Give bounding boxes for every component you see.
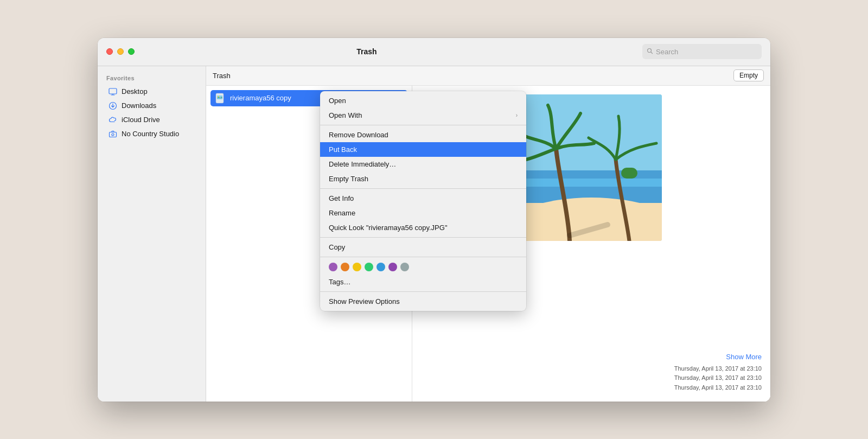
- tags-color-row: [320, 259, 526, 275]
- date-row-2: Thursday, April 13, 2017 at 23:10: [421, 373, 762, 383]
- tag-dark-purple[interactable]: [388, 263, 397, 271]
- menu-item-get-info[interactable]: Get Info: [320, 191, 526, 206]
- menu-put-back-label: Put Back: [329, 145, 357, 154]
- menu-item-open-with[interactable]: Open With ›: [320, 108, 526, 123]
- menu-item-copy[interactable]: Copy: [320, 240, 526, 255]
- file-list: rivieramaya56 copy Open Open With ›: [206, 86, 412, 402]
- menu-item-rename[interactable]: Rename: [320, 206, 526, 220]
- preview-info: Show More Thursday, April 13, 2017 at 23…: [421, 346, 762, 393]
- tag-green[interactable]: [365, 263, 373, 271]
- svg-rect-2: [109, 88, 117, 94]
- search-placeholder-text: Search: [656, 48, 678, 56]
- menu-quick-look-label: Quick Look "rivieramaya56 copy.JPG": [329, 224, 448, 232]
- favorites-label: Favorites: [98, 73, 206, 85]
- tag-yellow[interactable]: [353, 263, 361, 271]
- search-bar[interactable]: Search: [642, 44, 762, 59]
- svg-point-11: [218, 96, 219, 97]
- sidebar-item-downloads[interactable]: Downloads: [100, 99, 203, 113]
- date-row-1: Thursday, April 13, 2017 at 23:10: [421, 364, 762, 374]
- menu-tags-label: Tags…: [329, 278, 350, 286]
- content-area: Favorites Desktop: [98, 66, 770, 402]
- menu-open-with-label: Open With: [329, 111, 362, 119]
- menu-separator-4: [320, 257, 526, 257]
- finder-window: Trash Search Favorites: [98, 38, 770, 402]
- file-image-icon: [215, 93, 226, 104]
- menu-item-tags[interactable]: Tags…: [320, 275, 526, 289]
- menu-remove-download-label: Remove Download: [329, 131, 388, 139]
- menu-get-info-label: Get Info: [329, 194, 354, 202]
- menu-separator-5: [320, 291, 526, 292]
- tag-blue[interactable]: [376, 263, 385, 271]
- menu-item-empty-trash[interactable]: Empty Trash: [320, 171, 526, 186]
- cloud-icon: [108, 116, 117, 124]
- menu-item-remove-download[interactable]: Remove Download: [320, 128, 526, 142]
- menu-separator-3: [320, 237, 526, 238]
- camera-icon: [108, 130, 117, 138]
- main-panel: Trash Empty: [206, 66, 770, 402]
- show-more-link[interactable]: Show More: [421, 353, 762, 361]
- menu-item-put-back[interactable]: Put Back: [320, 142, 526, 157]
- search-icon: [647, 48, 653, 56]
- context-menu: Open Open With › Remove Download Put Bac…: [320, 91, 526, 311]
- toolbar-strip: Trash Empty: [206, 66, 770, 86]
- nocountry-label: No Country Studio: [122, 130, 179, 138]
- menu-rename-label: Rename: [329, 209, 355, 217]
- sidebar-item-icloud[interactable]: iCloud Drive: [100, 113, 203, 127]
- menu-delete-label: Delete Immediately…: [329, 160, 396, 168]
- menu-item-open[interactable]: Open: [320, 93, 526, 108]
- tag-orange[interactable]: [341, 263, 349, 271]
- file-area: rivieramaya56 copy Open Open With ›: [206, 86, 770, 402]
- menu-item-show-preview-options[interactable]: Show Preview Options: [320, 294, 526, 309]
- svg-rect-16: [521, 179, 662, 187]
- menu-separator-1: [320, 125, 526, 125]
- sidebar-item-desktop[interactable]: Desktop: [100, 85, 203, 99]
- icloud-label: iCloud Drive: [122, 116, 160, 124]
- desktop-label: Desktop: [122, 87, 148, 96]
- desktop-icon: [108, 87, 117, 96]
- tag-gray[interactable]: [400, 263, 409, 271]
- menu-item-quick-look[interactable]: Quick Look "rivieramaya56 copy.JPG": [320, 220, 526, 235]
- window-title: Trash: [98, 47, 642, 56]
- tag-purple[interactable]: [329, 263, 337, 271]
- svg-rect-7: [110, 132, 117, 137]
- menu-show-preview-label: Show Preview Options: [329, 297, 400, 306]
- downloads-label: Downloads: [122, 101, 156, 110]
- menu-empty-trash-label: Empty Trash: [329, 175, 368, 183]
- empty-trash-button[interactable]: Empty: [733, 69, 764, 81]
- svg-point-8: [112, 133, 114, 136]
- svg-rect-17: [621, 168, 637, 179]
- menu-separator-2: [320, 188, 526, 189]
- chevron-right-icon: ›: [516, 112, 518, 118]
- sidebar: Favorites Desktop: [98, 66, 206, 402]
- sidebar-item-nocountry[interactable]: No Country Studio: [100, 127, 203, 141]
- preview-image: [521, 94, 662, 241]
- svg-rect-15: [521, 203, 662, 241]
- svg-line-1: [651, 52, 653, 53]
- titlebar: Trash Search: [98, 38, 770, 66]
- toolbar-path: Trash: [213, 72, 733, 80]
- date-row-3: Thursday, April 13, 2017 at 23:10: [421, 383, 762, 393]
- file-name: rivieramaya56 copy: [230, 94, 291, 102]
- download-icon: [108, 101, 117, 110]
- menu-open-label: Open: [329, 97, 346, 105]
- menu-copy-label: Copy: [329, 243, 345, 251]
- menu-item-delete-immediately[interactable]: Delete Immediately…: [320, 157, 526, 171]
